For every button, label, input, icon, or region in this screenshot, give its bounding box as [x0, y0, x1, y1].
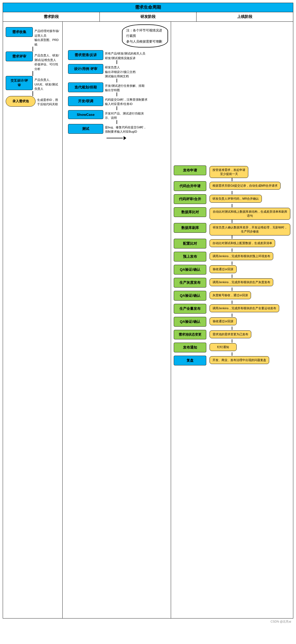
note-cloud: 注：各个环节可视情况进行裁剪 参与人员根据需要可增删: [122, 24, 168, 47]
release-node-1: 代码合并申请 根据需求关联Git提交记录，自动生成MR合并请求: [174, 181, 290, 194]
columns-header: 需求阶段 研发阶段 上线阶段: [3, 12, 293, 22]
release-note-11: 验收通过or回滚: [210, 317, 237, 325]
col-header-demand: 需求阶段: [3, 12, 100, 21]
release-node-9: QA验证/确认 灰度账号验收，通过or回滚: [174, 291, 290, 304]
dev-node-0: 需求澄清/反讲 所有产品/研发/测试的相关人员 研发/测试视情况做反讲: [65, 50, 168, 64]
release-node-12: 需求池状态变更 需求池的需求变更为已发布: [174, 330, 290, 343]
dev-box-3: 开发/联调: [68, 96, 103, 106]
col-release: 发布申请 按管道准需求，发起申请 至少提前一天 代码合并申请 根据需求关联Git…: [171, 22, 293, 618]
release-note-8: 调用Jenkins，完成所有模块的生产灰度发布: [210, 278, 273, 286]
release-box-5: 配置比对: [174, 239, 206, 248]
release-box-2: 代码评审/合并: [174, 194, 206, 204]
demand-node-1: 需求评审 产品负责人、研发/测试/运维负责人 价值评估、可行性分析: [6, 52, 60, 76]
demand-box-3: 录入需求池: [6, 96, 36, 107]
dev-note-3: 代码提交Git时，注释里强制要求输入对应需求/任务ID: [105, 97, 148, 106]
release-box-7: QA验证/确认: [174, 265, 206, 275]
dev-node-3: 开发/联调 代码提交Git时，注释里强制要求输入对应需求/任务ID: [65, 96, 168, 110]
arrow-to-release: [124, 136, 126, 140]
dev-note-1: 研发负责人 输出详细设计/接口文档 测试输出用例文档: [105, 65, 136, 79]
release-box-6: 预上发布: [174, 252, 206, 262]
dev-note-2: 开发/测试进行任务拆解、排期 输出甘特图: [105, 84, 144, 93]
demand-note-1: 产品负责人、研发/测试/运维负责人 价值评估、可行性分析: [34, 53, 60, 71]
release-box-3: 数据库比对: [174, 207, 206, 217]
release-node-7: QA验证/确认 验收通过or回滚: [174, 265, 290, 278]
dev-node-4: ShowCase 开发对产品、测试进行功能演示、说明: [65, 110, 168, 124]
release-note-9: 灰度账号验收，通过or回滚: [210, 291, 251, 299]
release-box-1: 代码合并申请: [174, 181, 206, 191]
dev-box-5: 测试: [68, 124, 103, 134]
demand-box-0: 需求收集: [6, 27, 33, 37]
demand-node-2: 交互设计/评审 产品负责人、UI/UE、研发/测试负责人: [6, 76, 60, 96]
dev-note-0: 所有产品/研发/测试的相关人员 研发/测试视情况做反讲: [105, 51, 145, 60]
dev-box-1: 设计/用例 评审: [68, 64, 103, 74]
demand-box-2: 交互设计/评审: [6, 76, 33, 90]
dev-box-4: ShowCase: [68, 110, 103, 119]
release-box-4: 数据库刷库: [174, 223, 206, 233]
dev-box-2: 迭代规划/排期: [68, 82, 103, 92]
demand-node-0: 需求收集 产品经理对接市场/运营人员 输出原型图、PRD稿: [6, 27, 60, 52]
demand-note-0: 产品经理对接市场/运营人员 输出原型图、PRD稿: [34, 29, 60, 47]
demand-box-1: 需求评审: [6, 52, 33, 61]
demand-node-3: 录入需求池 生成需求ID，用于后续代码关联: [6, 96, 60, 107]
release-node-14: 复盘 开发、商业、发布治理中出现的问题复盘: [174, 356, 290, 365]
release-box-12: 需求池状态变更: [174, 330, 206, 339]
release-box-13: 发布通知: [174, 343, 206, 352]
release-note-13: 钉钉通知: [210, 343, 237, 351]
footer: CSDN @北亮ai: [3, 619, 293, 625]
release-note-3: 自动比对测试和线上数据库表结构，生成差异清单和刷库语句: [210, 208, 290, 220]
release-note-4: 研发负责人确认数据库差异，开发运维处理，无影响时，生产同步修改: [210, 224, 290, 235]
release-node-11: QA验证/确认 验收通过or回滚: [174, 317, 290, 330]
demand-note-3: 生成需求ID，用于后续代码关联: [37, 98, 60, 107]
release-note-12: 需求池的需求变更为已发布: [210, 330, 251, 338]
release-node-8: 生产灰度发布 调用Jenkins，完成所有模块的生产灰度发布: [174, 278, 290, 291]
col-header-dev: 研发阶段: [100, 12, 197, 21]
release-note-0: 按管道准需求，发起申请 至少提前一天: [210, 166, 248, 178]
col-dev: 注：各个环节可视情况进行裁剪 参与人员根据需要可增删 需求澄清/反讲 所有产品/…: [63, 22, 171, 618]
release-node-3: 数据库比对 自动比对测试和线上数据库表结构，生成差异清单和刷库语句: [174, 207, 290, 223]
release-node-2: 代码评审/合并 研发负责人评审代码，MR合并确认: [174, 194, 290, 207]
release-box-11: QA验证/确认: [174, 317, 206, 327]
release-box-0: 发布申请: [174, 165, 206, 175]
release-note-5: 自动比对测试和线上配置数据，生成差异清单: [210, 239, 275, 247]
release-node-0: 发布申请 按管道准需求，发起申请 至少提前一天: [174, 165, 290, 181]
dev-note-4: 开发对产品、测试进行功能演示、说明: [105, 111, 148, 120]
release-box-8: 生产灰度发布: [174, 278, 206, 288]
page-wrapper: 需求生命周期 需求阶段 研发阶段 上线阶段 需求收集 产品经理对接市场/运营人员…: [0, 0, 296, 644]
main-title: 需求生命周期: [3, 3, 293, 12]
release-note-14: 开发、商业、发布治理中出现的问题复盘: [210, 356, 269, 364]
col-demand: 需求收集 产品经理对接市场/运营人员 输出原型图、PRD稿 需求评审 产品负责人…: [3, 22, 63, 618]
release-node-6: 预上发布 调用Jenkins，完成所有模块的预上环境发布: [174, 252, 290, 265]
dev-node-5: 测试 提bug、修复代码在提交Git时，强制要求输入对应BugID: [65, 124, 168, 140]
release-note-1: 根据需求关联Git提交记录，自动生成MR合并请求: [210, 182, 281, 190]
dev-node-2: 迭代规划/排期 开发/测试进行任务拆解、排期 输出甘特图: [65, 82, 168, 96]
dev-box-0: 需求澄清/反讲: [68, 50, 103, 60]
content-area: 需求收集 产品经理对接市场/运营人员 输出原型图、PRD稿 需求评审 产品负责人…: [3, 22, 293, 619]
release-box-9: QA验证/确认: [174, 291, 206, 301]
release-box-10: 生产全量发布: [174, 304, 206, 314]
dev-node-1: 设计/用例 评审 研发负责人 输出详细设计/接口文档 测试输出用例文档: [65, 64, 168, 82]
release-note-6: 调用Jenkins，完成所有模块的预上环境发布: [210, 252, 273, 260]
dev-note-5: 提bug、修复代码在提交Git时，强制要求输入对应BugID: [105, 125, 148, 134]
release-note-10: 调用Jenkins，完成所有模块的生产全量运动发布: [210, 304, 279, 312]
col-header-release: 上线阶段: [197, 12, 293, 21]
release-box-14: 复盘: [174, 356, 206, 365]
demand-note-2: 产品负责人、UI/UE、研发/测试负责人: [34, 78, 60, 91]
release-note-2: 研发负责人评审代码，MR合并确认: [210, 195, 262, 203]
release-note-7: 验收通过or回滚: [210, 265, 237, 273]
release-node-5: 配置比对 自动比对测试和线上配置数据，生成差异清单: [174, 239, 290, 252]
release-node-10: 生产全量发布 调用Jenkins，完成所有模块的生产全量运动发布: [174, 304, 290, 317]
release-node-4: 数据库刷库 研发负责人确认数据库差异，开发运维处理，无影响时，生产同步修改: [174, 223, 290, 239]
release-node-13: 发布通知 钉钉通知: [174, 343, 290, 356]
